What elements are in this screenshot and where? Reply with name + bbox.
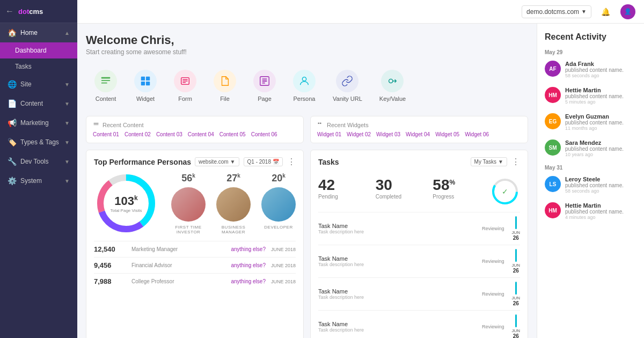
task-date: JUN 26 xyxy=(511,314,520,338)
sidebar-item-site[interactable]: 🌐 Site ▼ xyxy=(0,75,77,94)
personas-card: Top Performance Personas website.com ▼ Q… xyxy=(86,150,304,338)
action-content[interactable]: Content xyxy=(86,64,126,107)
page-icon xyxy=(253,70,276,92)
tasks-filter[interactable]: My Tasks ▼ xyxy=(471,157,507,166)
sidebar-item-types[interactable]: 🏷️ Types & Tags ▼ xyxy=(0,133,77,152)
marketing-icon: 📢 xyxy=(8,119,16,127)
activity-action: published content name. xyxy=(565,182,636,188)
domain-selector[interactable]: demo.dotcms.com ▼ xyxy=(522,5,591,18)
sidebar-item-label: Dev Tools xyxy=(20,158,48,165)
action-persona[interactable]: Persona xyxy=(284,64,324,107)
recent-widget-item[interactable]: Widget 01 xyxy=(317,131,341,137)
task-status: Reviewing xyxy=(482,291,504,297)
action-file[interactable]: File xyxy=(205,64,245,107)
page-title: Welcome Chris, xyxy=(86,33,528,47)
svg-rect-5 xyxy=(141,82,145,85)
recent-content-item[interactable]: Content 06 xyxy=(251,131,277,137)
sidebar-item-system[interactable]: ⚙️ System ▼ xyxy=(0,171,77,190)
recent-content-item[interactable]: Content 01 xyxy=(93,131,119,137)
developer-value: 20k xyxy=(261,173,296,184)
row-number: 9,456 xyxy=(94,261,126,269)
recent-widget-item[interactable]: Widget 03 xyxy=(376,131,400,137)
task-info: Task Name Task description here xyxy=(318,321,482,333)
chevron-icon: ▼ xyxy=(64,101,70,107)
action-keyvalue[interactable]: Key/Value xyxy=(371,64,414,107)
sidebar-item-label: Home xyxy=(20,29,38,36)
task-item: Task Name Task description here Reviewin… xyxy=(318,245,520,277)
activity-content: Leroy Steele published content name. 58 … xyxy=(565,176,636,194)
tasks-controls: My Tasks ▼ ⋮ xyxy=(471,157,520,167)
activity-time: 10 years ago xyxy=(565,152,636,157)
user-avatar[interactable]: 👤 xyxy=(620,4,635,19)
tasks-card-header: Tasks My Tasks ▼ ⋮ xyxy=(311,150,528,171)
back-icon[interactable]: ← xyxy=(5,6,14,16)
sidebar-item-dashboard[interactable]: Dashboard xyxy=(0,42,77,58)
task-status: Reviewing xyxy=(482,324,504,329)
date-num: 26 xyxy=(513,235,519,241)
activity-time: 58 seconds ago xyxy=(565,73,636,78)
content-area: Welcome Chris, Start creating some aweso… xyxy=(77,24,537,338)
more-options-icon[interactable]: ⋮ xyxy=(287,157,296,167)
recent-widget-item[interactable]: Widget 04 xyxy=(406,131,430,137)
welcome-subtitle: Start creating some awesome stuff! xyxy=(86,48,528,56)
recent-widget-item[interactable]: Widget 05 xyxy=(435,131,459,137)
date-group-may31: May 31 xyxy=(537,161,644,172)
date-num: 26 xyxy=(513,333,519,338)
activity-avatar: SM xyxy=(545,139,561,156)
date-month: JUN xyxy=(511,296,520,300)
sidebar-item-home[interactable]: 🏠 Home ▲ xyxy=(0,23,77,42)
notifications-icon[interactable]: 🔔 xyxy=(598,4,613,19)
action-label: Persona xyxy=(294,95,316,102)
action-vanity[interactable]: Vanity URL xyxy=(324,64,371,107)
recent-content-item[interactable]: Content 03 xyxy=(156,131,182,137)
completed-label: Completed xyxy=(376,194,433,200)
action-label: Form xyxy=(178,95,192,102)
recent-content-item[interactable]: Content 02 xyxy=(125,131,151,137)
row-tag[interactable]: anything else? xyxy=(231,278,266,284)
recent-widgets-links: Widget 01 Widget 02 Widget 03 Widget 04 … xyxy=(317,131,521,137)
progress-stat: 58% Progress xyxy=(433,177,490,207)
form-icon xyxy=(174,70,196,92)
sidebar-item-label: System xyxy=(20,177,42,185)
action-widget[interactable]: Widget xyxy=(126,64,165,107)
action-label: Widget xyxy=(136,95,155,102)
action-label: Page xyxy=(258,95,272,102)
recent-widget-item[interactable]: Widget 02 xyxy=(347,131,371,137)
date-filter[interactable]: Q1 - 2018 📅 xyxy=(244,157,283,166)
recent-content-item[interactable]: Content 05 xyxy=(219,131,246,137)
tasks-more-icon[interactable]: ⋮ xyxy=(511,157,520,167)
sidebar-item-marketing[interactable]: 📢 Marketing ▼ xyxy=(0,113,77,133)
date-num: 26 xyxy=(513,268,519,274)
sidebar-item-devtools[interactable]: 🔧 Dev Tools ▼ xyxy=(0,152,77,171)
row-tag[interactable]: anything else? xyxy=(231,246,266,252)
sidebar-item-tasks[interactable]: Tasks xyxy=(0,58,77,75)
task-name: Task Name xyxy=(318,321,482,327)
sidebar-item-content[interactable]: 📄 Content ▼ xyxy=(0,94,77,113)
investor-value: 56k xyxy=(171,173,206,184)
row-tag[interactable]: anything else? xyxy=(231,262,266,268)
donut-center: 103k Total Page Visits xyxy=(111,194,142,213)
recent-content-item[interactable]: Content 04 xyxy=(188,131,214,137)
date-bar xyxy=(515,282,517,295)
activity-action: published content name. xyxy=(565,146,636,152)
tasks-card: Tasks My Tasks ▼ ⋮ 42 Pending xyxy=(310,150,528,338)
row-date: JUNE 2018 xyxy=(271,263,296,268)
recent-widget-item[interactable]: Widget 06 xyxy=(465,131,489,137)
website-filter[interactable]: website.com ▼ xyxy=(195,157,239,166)
business-name: BUSINESS MANAGER xyxy=(216,225,251,234)
activity-name: Evelyn Guzman xyxy=(565,113,636,120)
activity-action: published content name. xyxy=(565,93,636,99)
action-label: Vanity URL xyxy=(333,95,362,102)
chevron-icon: ▲ xyxy=(64,30,70,36)
investor-avatar xyxy=(171,187,206,222)
activity-avatar: HM xyxy=(545,87,561,103)
task-status: Reviewing xyxy=(482,226,504,231)
svg-rect-14 xyxy=(262,83,265,84)
action-page[interactable]: Page xyxy=(245,64,284,107)
business-avatar xyxy=(216,187,251,222)
types-icon: 🏷️ xyxy=(8,138,16,146)
activity-content: Hettie Martin published content name. 5 … xyxy=(565,87,636,105)
task-list: Task Name Task description here Reviewin… xyxy=(311,212,528,338)
action-form[interactable]: Form xyxy=(165,64,205,107)
vanity-icon xyxy=(336,70,358,92)
